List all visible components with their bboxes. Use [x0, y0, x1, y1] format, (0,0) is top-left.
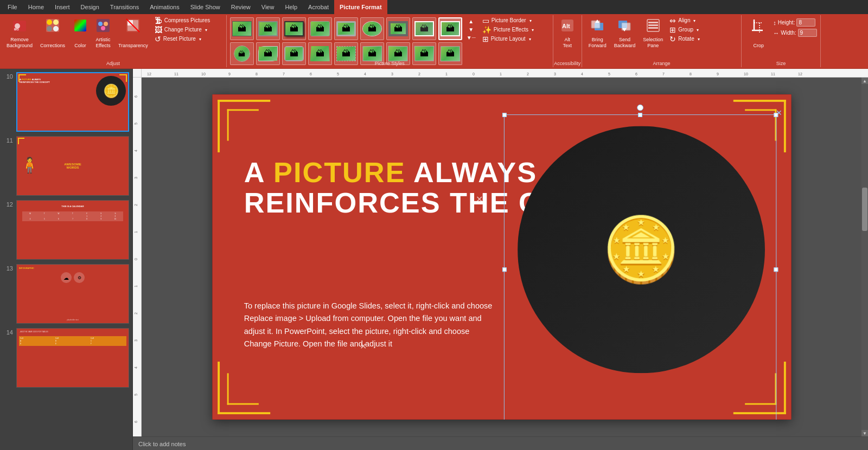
picture-style-item[interactable]: 🏔 — [308, 17, 332, 40]
tab-review[interactable]: Review — [226, 0, 256, 14]
picture-style-item-selected[interactable]: 🏔 — [438, 17, 462, 40]
height-input[interactable] — [796, 18, 815, 27]
slide-thumb-10[interactable]: A PICTURE ALWAYSREINFORCES THE CONCEPT 🪙 — [16, 72, 129, 132]
picture-style-item[interactable]: 🏔 — [386, 17, 410, 40]
bring-forward-icon — [590, 18, 604, 35]
scroll-thumb[interactable] — [862, 188, 867, 231]
ruler-horizontal: 12 11 10 9 8 7 6 5 4 3 2 1 0 1 2 — [142, 69, 868, 78]
picture-style-item[interactable]: 🏔 — [256, 17, 280, 40]
corrections-button[interactable]: Corrections — [37, 16, 68, 51]
selection-pane-label: SelectionPane — [643, 37, 663, 49]
tab-transitions[interactable]: Transitions — [105, 0, 144, 14]
picture-style-item[interactable]: 🏔 — [334, 17, 358, 40]
artistic-effects-button[interactable]: ArtisticEffects — [92, 16, 114, 51]
slide-thumb-14[interactable]: ...AND THE SAME GOES FOR TABLES Col1Col2… — [16, 328, 129, 388]
picture-style-item[interactable]: 🏔 — [360, 17, 384, 40]
slide-item-10[interactable]: 10 A PICTURE ALWAYSREINFORCES THE CONCEP… — [2, 71, 130, 133]
selection-pane-button[interactable]: SelectionPane — [640, 16, 666, 51]
scroll-down-button[interactable]: ▼ — [861, 430, 868, 436]
slide-main: ✕ ✕ A PICTURE ALWAYS REINFORCES THE CONC… — [212, 94, 791, 419]
svg-text:10: 10 — [201, 72, 206, 76]
rotate-button[interactable]: ↻ Rotate ▾ — [667, 35, 738, 43]
slide-canvas-container[interactable]: ✕ ✕ A PICTURE ALWAYS REINFORCES THE CONC… — [142, 78, 861, 436]
width-icon: ↔ — [773, 30, 779, 36]
svg-text:0: 0 — [134, 258, 138, 260]
slide-thumb-12[interactable]: THIS IS A CALENDAR MTWTFSS 123 45678910 — [16, 200, 129, 260]
picture-effects-button[interactable]: ✨ Picture Effects ▾ — [480, 25, 551, 34]
svg-text:8: 8 — [690, 72, 692, 76]
transparency-button[interactable]: Transparency — [115, 16, 151, 51]
picture-style-item[interactable]: 🏔 — [412, 17, 436, 40]
tab-insert[interactable]: Insert — [49, 0, 75, 14]
scroll-up-button[interactable]: ▲ — [861, 78, 868, 84]
size-height-label: Height: — [778, 20, 795, 25]
slide-item-12[interactable]: 12 THIS IS A CALENDAR MTWTFSS 123 456789… — [2, 199, 130, 261]
send-backward-icon — [617, 18, 631, 35]
corrections-icon — [46, 18, 60, 35]
svg-point-11 — [104, 22, 108, 26]
slide-number-10: 10 — [3, 72, 13, 80]
tab-picture-format[interactable]: Picture Format — [334, 0, 387, 14]
tab-animations[interactable]: Animations — [144, 0, 184, 14]
slide-thumb-11[interactable]: AWESOMEWORDS 🧍 — [16, 136, 129, 196]
svg-text:5: 5 — [134, 394, 138, 396]
transparency-label: Transparency — [118, 43, 148, 49]
tab-help[interactable]: Help — [279, 0, 303, 14]
corrections-label: Corrections — [40, 43, 65, 49]
svg-text:2: 2 — [527, 72, 529, 76]
align-icon: ⇔ — [669, 17, 676, 24]
tab-view[interactable]: View — [256, 0, 280, 14]
tab-acrobat[interactable]: Acrobat — [303, 0, 334, 14]
ruler-corner — [133, 69, 142, 78]
picture-style-item[interactable]: 🏔 — [230, 17, 254, 40]
slide-panel[interactable]: 10 A PICTURE ALWAYSREINFORCES THE CONCEP… — [0, 69, 133, 450]
color-button[interactable]: Color — [69, 16, 91, 51]
svg-text:4: 4 — [134, 367, 138, 369]
ruler-vertical: 6 5 4 3 2 1 0 1 2 3 4 5 6 — [133, 78, 142, 436]
tab-slideshow[interactable]: Slide Show — [185, 0, 226, 14]
compress-icon: 🗜 — [155, 17, 162, 24]
scroll-track[interactable] — [861, 84, 868, 430]
picture-style-item[interactable]: 🏔 — [282, 17, 306, 40]
alt-text-button[interactable]: Alt AltText — [557, 16, 578, 51]
tab-file[interactable]: File — [2, 0, 23, 14]
change-picture-button[interactable]: 🖼 Change Picture ▾ — [152, 25, 223, 34]
align-button[interactable]: ⇔ Align ▾ — [667, 16, 738, 25]
compress-pictures-button[interactable]: 🗜 Compress Pictures — [152, 16, 223, 25]
inner-dec-br — [745, 373, 776, 404]
tab-design[interactable]: Design — [75, 0, 105, 14]
ribbon-group-arrange: BringForward SendBackward — [582, 15, 742, 67]
svg-text:3: 3 — [391, 72, 393, 76]
slide-item-13[interactable]: 13 INFOGRAPHIC ☁ ⚙ placeholder text — [2, 263, 130, 325]
gallery-scroll-more[interactable]: ▼— — [465, 34, 477, 42]
picture-styles-gallery[interactable]: 🏔 🏔 🏔 🏔 🏔 🏔 — [229, 16, 464, 67]
svg-point-12 — [101, 26, 105, 30]
gallery-scroll-down[interactable]: ▼ — [465, 25, 477, 34]
remove-background-button[interactable]: BG RemoveBackground — [3, 16, 36, 51]
svg-rect-28 — [648, 27, 658, 29]
slide-thumb-13[interactable]: INFOGRAPHIC ☁ ⚙ placeholder text — [16, 264, 129, 324]
slide-item-11[interactable]: 11 AWESOMEWORDS 🧍 — [2, 135, 130, 197]
crop-button[interactable]: Crop — [745, 16, 772, 51]
slide-image-circle: 🪙 — [518, 126, 765, 373]
gallery-scroll-up[interactable]: ▲ — [465, 17, 477, 25]
picture-border-button[interactable]: ▭ Picture Border ▾ — [480, 16, 551, 25]
inner-dec-tr — [745, 109, 776, 140]
remove-background-icon: BG — [12, 18, 27, 36]
picture-layout-button[interactable]: ⊞ Picture Layout ▾ — [480, 35, 551, 43]
group-button[interactable]: ⊞ Group ▾ — [667, 25, 738, 34]
compress-label: Compress Pictures — [164, 17, 210, 24]
reset-picture-button[interactable]: ↺ Reset Picture ▾ — [152, 35, 223, 43]
tab-home[interactable]: Home — [23, 0, 49, 14]
send-backward-button[interactable]: SendBackward — [611, 16, 639, 51]
svg-text:3: 3 — [134, 339, 138, 342]
arrange-label: Arrange — [582, 61, 742, 66]
vertical-scrollbar[interactable]: ▲ ▼ — [861, 78, 868, 436]
bring-forward-button[interactable]: BringForward — [585, 16, 610, 51]
width-input[interactable] — [798, 29, 817, 37]
svg-text:11: 11 — [771, 72, 775, 76]
svg-text:9: 9 — [717, 72, 719, 76]
slide-item-14[interactable]: 14 ...AND THE SAME GOES FOR TABLES Col1C… — [2, 327, 130, 389]
svg-text:6: 6 — [134, 95, 138, 98]
ribbon-group-size: Crop ↕ Height: ↔ Width: Size — [742, 15, 820, 67]
